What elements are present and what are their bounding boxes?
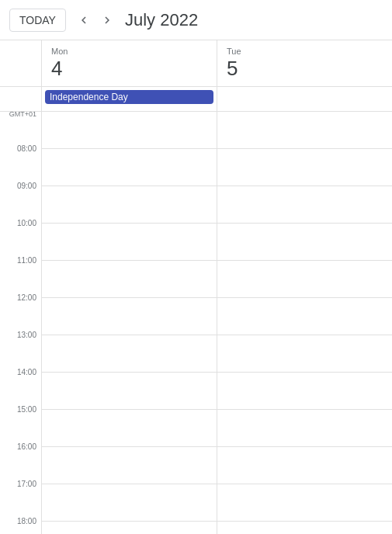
time-label-1300: 13:00	[0, 335, 41, 373]
hour-cell-tue-1200[interactable]	[217, 298, 392, 335]
hour-cell-tue-0800[interactable]	[217, 149, 392, 186]
hour-cell-mon-gmt[interactable]	[42, 112, 217, 149]
time-label-1200: 12:00	[0, 298, 41, 335]
hour-cell-mon-1300[interactable]	[42, 335, 217, 373]
hour-cell-mon-0900[interactable]	[42, 186, 217, 224]
hour-cell-tue-gmt[interactable]	[217, 112, 392, 149]
hour-cell-tue-1500[interactable]	[217, 410, 392, 447]
prev-button[interactable]	[72, 9, 95, 32]
hour-cell-mon-1400[interactable]	[42, 373, 217, 410]
calendar-grid: Mon 4 Tue 5 Independence Day GMT+01 08:0…	[0, 40, 392, 534]
next-button[interactable]	[95, 9, 119, 32]
time-label-1000: 10:00	[0, 224, 41, 261]
hour-cell-tue-1800[interactable]	[217, 522, 392, 534]
independence-day-event[interactable]: Independence Day	[45, 90, 213, 104]
day-name-mon: Mon	[51, 47, 207, 56]
hour-cell-mon-1200[interactable]	[42, 298, 217, 335]
time-slots: GMT+01 08:00 09:00 10:00 11:00 12:00 13:…	[0, 112, 392, 534]
time-label-1700: 17:00	[0, 484, 41, 522]
today-button[interactable]: TODAY	[9, 9, 66, 32]
hour-cell-tue-1300[interactable]	[217, 335, 392, 373]
month-title: July 2022	[125, 10, 198, 30]
time-label-0800: 08:00	[0, 149, 41, 186]
day-header-mon: Mon 4	[42, 40, 217, 86]
hour-cell-tue-0900[interactable]	[217, 186, 392, 224]
timezone-label: GMT+01	[0, 112, 41, 149]
hour-cell-mon-0800[interactable]	[42, 149, 217, 186]
hour-cell-mon-1800[interactable]	[42, 522, 217, 534]
time-label-1100: 11:00	[0, 261, 41, 298]
day-number-tue: 5	[227, 57, 383, 80]
time-gutter: GMT+01 08:00 09:00 10:00 11:00 12:00 13:…	[0, 112, 42, 534]
all-day-cell-mon: Independence Day	[42, 87, 217, 111]
day-column-tue	[217, 112, 392, 534]
time-label-1800: 18:00	[0, 522, 41, 534]
all-day-gutter	[0, 87, 42, 111]
day-number-mon: 4	[51, 57, 207, 80]
time-label-1600: 16:00	[0, 447, 41, 484]
hour-cell-tue-1400[interactable]	[217, 373, 392, 410]
hour-cell-tue-1100[interactable]	[217, 261, 392, 298]
hour-cell-mon-1500[interactable]	[42, 410, 217, 447]
day-column-mon	[42, 112, 217, 534]
hour-cell-mon-1100[interactable]	[42, 261, 217, 298]
all-day-row: Independence Day	[0, 87, 392, 112]
time-label-1400: 14:00	[0, 373, 41, 410]
hour-cell-tue-1700[interactable]	[217, 484, 392, 522]
time-label-0900: 09:00	[0, 186, 41, 224]
hour-cell-mon-1600[interactable]	[42, 447, 217, 484]
day-headers-row: Mon 4 Tue 5	[0, 40, 392, 87]
hour-cell-tue-1600[interactable]	[217, 447, 392, 484]
hour-cell-mon-1000[interactable]	[42, 224, 217, 261]
hour-cell-tue-1000[interactable]	[217, 224, 392, 261]
day-name-tue: Tue	[227, 47, 383, 56]
hour-cell-mon-1700[interactable]	[42, 484, 217, 522]
all-day-cell-tue	[217, 87, 392, 111]
gutter-spacer	[0, 40, 42, 86]
day-columns	[42, 112, 392, 534]
calendar-header: TODAY July 2022	[0, 0, 392, 40]
time-label-1500: 15:00	[0, 410, 41, 447]
day-header-tue: Tue 5	[217, 40, 392, 86]
